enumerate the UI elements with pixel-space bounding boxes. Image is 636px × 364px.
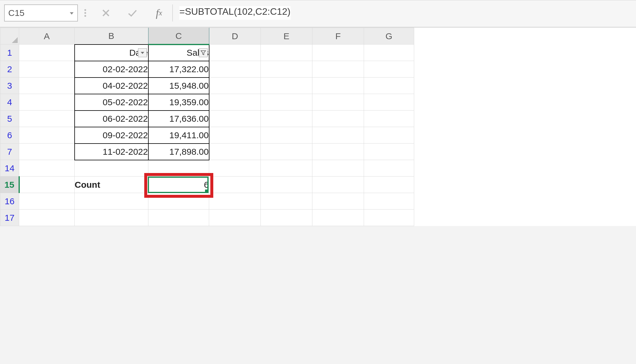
cell-C4[interactable]: 19,359.00 xyxy=(148,94,209,111)
cell-D15[interactable] xyxy=(209,177,261,193)
cell-E16[interactable] xyxy=(261,193,312,210)
col-header-G[interactable]: G xyxy=(364,28,414,45)
cell-B3[interactable]: 04-02-2022 xyxy=(75,78,148,94)
cell-G16[interactable] xyxy=(364,193,414,210)
cell-F4[interactable] xyxy=(312,94,364,111)
row-header-2[interactable]: 2 xyxy=(0,61,19,78)
cell-F2[interactable] xyxy=(312,61,364,78)
cell-A4[interactable] xyxy=(19,94,75,111)
cell-A6[interactable] xyxy=(19,127,75,144)
row-header-1[interactable]: 1 xyxy=(0,45,19,61)
cell-B16[interactable] xyxy=(75,193,148,210)
cell-E5[interactable] xyxy=(261,111,312,127)
cell-B17[interactable] xyxy=(75,210,148,226)
cell-C15-count-value[interactable]: 6 xyxy=(148,177,209,193)
cell-D5[interactable] xyxy=(209,111,261,127)
cell-G7[interactable] xyxy=(364,144,414,160)
cell-B7[interactable]: 11-02-2022 xyxy=(75,144,148,160)
date-filter-dropdown-icon[interactable] xyxy=(138,48,147,57)
confirm-formula-icon[interactable] xyxy=(119,4,146,22)
cell-E14[interactable] xyxy=(261,160,312,177)
cell-E1[interactable] xyxy=(261,45,312,61)
col-header-F[interactable]: F xyxy=(312,28,364,45)
cell-E17[interactable] xyxy=(261,210,312,226)
cell-F3[interactable] xyxy=(312,78,364,94)
cell-B5[interactable]: 06-02-2022 xyxy=(75,111,148,127)
select-all-corner[interactable] xyxy=(0,28,19,45)
row-header-6[interactable]: 6 xyxy=(0,127,19,144)
cell-G17[interactable] xyxy=(364,210,414,226)
cell-A1[interactable] xyxy=(19,45,75,61)
cell-A17[interactable] xyxy=(19,210,75,226)
cell-F5[interactable] xyxy=(312,111,364,127)
col-header-C[interactable]: C xyxy=(148,28,209,45)
cell-F14[interactable] xyxy=(312,160,364,177)
cell-G15[interactable] xyxy=(364,177,414,193)
cell-F6[interactable] xyxy=(312,127,364,144)
cell-A2[interactable] xyxy=(19,61,75,78)
cell-B14[interactable] xyxy=(75,160,148,177)
cell-D3[interactable] xyxy=(209,78,261,94)
cell-E15[interactable] xyxy=(261,177,312,193)
row-header-5[interactable]: 5 xyxy=(0,111,19,127)
cell-C14[interactable] xyxy=(148,160,209,177)
cell-G3[interactable] xyxy=(364,78,414,94)
cell-G6[interactable] xyxy=(364,127,414,144)
formula-input[interactable]: =SUBTOTAL(102,C2:C12) xyxy=(172,4,632,22)
cell-C6[interactable]: 19,411.00 xyxy=(148,127,209,144)
cell-F16[interactable] xyxy=(312,193,364,210)
cell-C7[interactable]: 17,898.00 xyxy=(148,144,209,160)
cell-E6[interactable] xyxy=(261,127,312,144)
row-header-14[interactable]: 14 xyxy=(0,160,19,177)
cell-A5[interactable] xyxy=(19,111,75,127)
row-header-17[interactable]: 17 xyxy=(0,210,19,226)
cell-B2[interactable]: 02-02-2022 xyxy=(75,61,148,78)
cell-B1-date-header[interactable]: Date xyxy=(75,45,148,61)
cell-D17[interactable] xyxy=(209,210,261,226)
name-box-dropdown-icon[interactable] xyxy=(69,8,74,18)
cell-C3[interactable]: 15,948.00 xyxy=(148,78,209,94)
cell-D2[interactable] xyxy=(209,61,261,78)
cell-G4[interactable] xyxy=(364,94,414,111)
cell-F1[interactable] xyxy=(312,45,364,61)
cell-E3[interactable] xyxy=(261,78,312,94)
cancel-formula-icon[interactable] xyxy=(93,4,119,22)
cell-D4[interactable] xyxy=(209,94,261,111)
cell-D7[interactable] xyxy=(209,144,261,160)
row-header-3[interactable]: 3 xyxy=(0,78,19,94)
cell-A15[interactable] xyxy=(19,177,75,193)
cell-B15-count-label[interactable]: Count xyxy=(75,177,148,193)
grid[interactable]: A B C D E F G 1 Date Sales xyxy=(0,28,414,226)
row-header-16[interactable]: 16 xyxy=(0,193,19,210)
cell-F15[interactable] xyxy=(312,177,364,193)
cell-F17[interactable] xyxy=(312,210,364,226)
cell-A14[interactable] xyxy=(19,160,75,177)
cell-E2[interactable] xyxy=(261,61,312,78)
cell-C2[interactable]: 17,322.00 xyxy=(148,61,209,78)
cell-D14[interactable] xyxy=(209,160,261,177)
col-header-D[interactable]: D xyxy=(209,28,261,45)
col-header-B[interactable]: B xyxy=(75,28,148,45)
cell-A16[interactable] xyxy=(19,193,75,210)
cell-C16[interactable] xyxy=(148,193,209,210)
cell-G1[interactable] xyxy=(364,45,414,61)
cell-G14[interactable] xyxy=(364,160,414,177)
cell-C1-sales-header[interactable]: Sales xyxy=(148,45,209,61)
cell-A7[interactable] xyxy=(19,144,75,160)
fx-icon[interactable]: fx xyxy=(146,4,172,22)
row-header-7[interactable]: 7 xyxy=(0,144,19,160)
cell-G5[interactable] xyxy=(364,111,414,127)
cell-E7[interactable] xyxy=(261,144,312,160)
cell-A3[interactable] xyxy=(19,78,75,94)
sheet-area[interactable]: A B C D E F G 1 Date Sales xyxy=(0,27,636,226)
sales-filter-active-icon[interactable] xyxy=(199,48,208,57)
cell-D6[interactable] xyxy=(209,127,261,144)
cell-D1[interactable] xyxy=(209,45,261,61)
col-header-E[interactable]: E xyxy=(261,28,312,45)
cell-C5[interactable]: 17,636.00 xyxy=(148,111,209,127)
row-header-4[interactable]: 4 xyxy=(0,94,19,111)
name-box[interactable]: C15 xyxy=(4,4,78,22)
cell-C17[interactable] xyxy=(148,210,209,226)
row-header-15[interactable]: 15 xyxy=(0,177,19,193)
cell-F7[interactable] xyxy=(312,144,364,160)
